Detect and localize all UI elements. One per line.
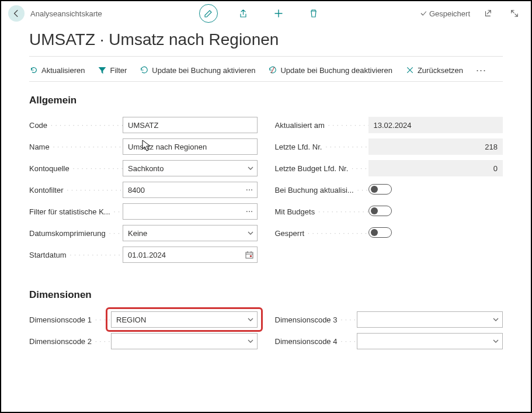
expand-icon [510, 9, 519, 18]
header-bar: Analyseansichtskarte Gespeichert [1, 1, 531, 26]
chevron-down-icon [248, 338, 253, 344]
plus-icon [274, 9, 283, 18]
dim3-select[interactable] [357, 311, 503, 328]
code-input[interactable]: UMSATZ [123, 117, 258, 133]
dim2-label: Dimensionscode 2 [29, 336, 111, 346]
dim1-label: Dimensionscode 1 [29, 315, 111, 324]
datecomp-label: Datumskomprimierung [29, 228, 123, 238]
lastentry-value: 218 [368, 138, 503, 155]
more-actions[interactable]: ··· [476, 65, 486, 75]
calendar-icon [245, 251, 253, 259]
accsource-label: Kontoquelle [29, 164, 123, 173]
update-disable-label: Update bei Buchung deaktivieren [280, 66, 392, 75]
general-section-title: Allgemein [29, 86, 503, 114]
with-budgets-label: Mit Budgets [275, 207, 368, 216]
general-grid: Code UMSATZ Name Umsatz nach Regionen Ko… [29, 114, 503, 266]
pencil-icon [204, 9, 213, 18]
update-disable-icon [268, 65, 277, 75]
new-button[interactable] [269, 4, 288, 23]
statfilter-input[interactable]: ··· [123, 203, 258, 220]
page-title: UMSATZ · Umsatz nach Regionen [1, 26, 531, 56]
divider [29, 81, 503, 82]
with-budgets-toggle[interactable] [368, 206, 392, 216]
divider [29, 56, 503, 57]
saved-label: Gespeichert [429, 9, 470, 18]
lastentry-label: Letzte Lfd. Nr. [275, 142, 368, 151]
expand-button[interactable] [505, 4, 524, 23]
upd-on-posting-toggle[interactable] [368, 184, 392, 195]
header-right: Gespeichert [420, 4, 524, 23]
header-center-actions [108, 4, 414, 23]
updated-value: 13.02.2024 [368, 117, 503, 133]
accfilter-input[interactable]: 8400··· [123, 182, 258, 198]
chevron-down-icon [248, 230, 253, 236]
action-bar: Aktualisieren Filter Update bei Buchung … [29, 61, 503, 81]
dim4-select[interactable] [357, 333, 503, 349]
chevron-down-icon [248, 317, 253, 322]
filter-label: Filter [110, 66, 127, 75]
back-button[interactable] [8, 5, 25, 22]
upd-on-posting-label: Bei Buchung aktualisi... [275, 185, 368, 195]
dim1-highlight: REGION [106, 307, 263, 332]
breadcrumb: Analyseansichtskarte [30, 9, 102, 18]
dim1-select[interactable]: REGION [111, 311, 258, 328]
svg-rect-1 [250, 255, 252, 257]
blocked-toggle[interactable] [368, 227, 392, 238]
lastbudget-label: Letzte Budget Lfd. Nr. [275, 164, 368, 173]
statfilter-label: Filter für statistische K... [29, 207, 123, 216]
code-label: Code [29, 120, 123, 130]
arrow-left-icon [12, 9, 20, 18]
name-label: Name [29, 142, 123, 151]
chevron-down-icon [493, 338, 499, 344]
update-disable-action[interactable]: Update bei Buchung deaktivieren [268, 65, 392, 75]
saved-indicator: Gespeichert [420, 9, 470, 18]
popout-button[interactable] [478, 4, 497, 23]
filter-action[interactable]: Filter [98, 65, 127, 75]
refresh-icon [29, 65, 39, 75]
svg-rect-0 [246, 252, 253, 258]
refresh-action[interactable]: Aktualisieren [29, 65, 85, 75]
trash-icon [309, 9, 318, 18]
datecomp-select[interactable]: Keine [123, 225, 258, 241]
dimensions-section-title: Dimensionen [29, 281, 503, 309]
lookup-icon: ··· [246, 186, 253, 193]
accfilter-label: Kontofilter [29, 185, 123, 195]
reset-action[interactable]: Zurücksetzen [405, 65, 463, 75]
check-icon [420, 10, 427, 17]
reset-label: Zurücksetzen [418, 66, 463, 75]
blocked-label: Gesperrt [275, 228, 368, 238]
filter-icon [98, 65, 107, 75]
startdate-label: Startdatum [29, 250, 123, 259]
chevron-down-icon [493, 317, 499, 322]
chevron-down-icon [248, 165, 253, 171]
accsource-select[interactable]: Sachkonto [123, 160, 258, 176]
update-enable-label: Update bei Buchung aktivieren [152, 66, 255, 75]
share-icon [239, 9, 248, 18]
name-input[interactable]: Umsatz nach Regionen [123, 138, 258, 155]
refresh-label: Aktualisieren [41, 66, 85, 75]
update-enable-icon [140, 65, 149, 75]
startdate-input[interactable]: 01.01.2024 [123, 247, 258, 263]
edit-button[interactable] [199, 4, 218, 23]
lookup-icon: ··· [246, 208, 253, 215]
dimensions-grid: Dimensionscode 1 REGION Dimensionscode 2… [29, 309, 503, 352]
reset-icon [405, 65, 415, 75]
delete-button[interactable] [304, 4, 323, 23]
dim3-label: Dimensionscode 3 [275, 315, 357, 324]
lastbudget-value: 0 [368, 160, 503, 176]
update-enable-action[interactable]: Update bei Buchung aktivieren [140, 65, 255, 75]
updated-label: Aktualisiert am [275, 120, 368, 130]
dim2-select[interactable] [111, 333, 258, 349]
dim4-label: Dimensionscode 4 [275, 336, 357, 346]
popout-icon [484, 9, 492, 18]
share-button[interactable] [234, 4, 253, 23]
